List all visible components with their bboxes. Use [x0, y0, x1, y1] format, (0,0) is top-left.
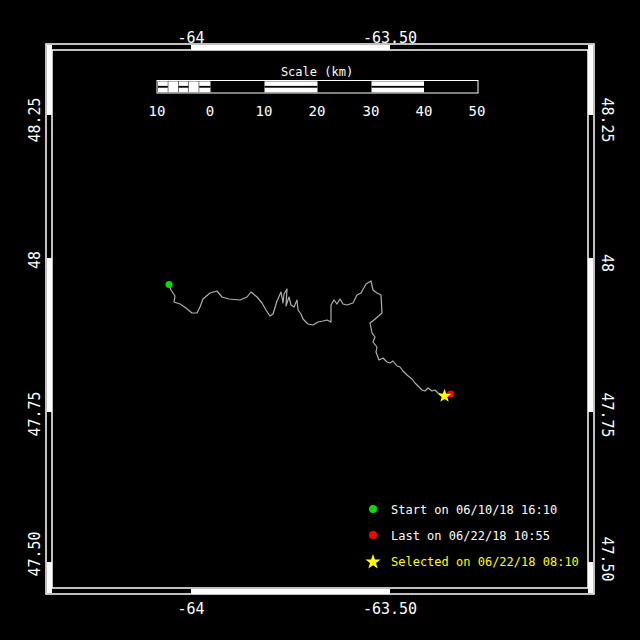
lat-label-right: 47.50 — [598, 536, 616, 581]
lat-label-right: 48 — [598, 254, 616, 272]
scalebar: Scale (km) 1001020304050 — [149, 65, 486, 119]
track-group — [166, 281, 455, 402]
scalebar-segment-line — [199, 86, 210, 88]
scalebar-segment-line — [179, 86, 189, 88]
legend-item: Start on 06/10/18 16:10 — [369, 503, 557, 517]
frame-band-right — [588, 258, 593, 412]
lat-label-right: 48.25 — [598, 97, 616, 142]
scalebar-number: 20 — [309, 103, 326, 119]
track-map-canvas: Scale (km) 1001020304050 -64-63.50-64-63… — [0, 0, 640, 640]
legend-marker-circle-1 — [369, 531, 377, 539]
legend-label: Selected on 06/22/18 08:10 — [391, 555, 579, 569]
scalebar-number: 50 — [469, 103, 486, 119]
frame-band-top — [191, 45, 390, 50]
scalebar-title: Scale (km) — [281, 65, 353, 79]
start-marker[interactable] — [166, 281, 173, 288]
legend-label: Start on 06/10/18 16:10 — [391, 503, 557, 517]
lat-label-left: 48.25 — [26, 97, 44, 142]
scalebar-segment — [168, 81, 178, 92]
frame-band-right — [588, 562, 593, 593]
scalebar-number: 40 — [416, 103, 433, 119]
legend-item: Selected on 06/22/18 08:10 — [365, 554, 578, 569]
legend: Start on 06/10/18 16:10Last on 06/22/18 … — [365, 503, 578, 569]
scalebar-number: 30 — [363, 103, 380, 119]
legend-label: Last on 06/22/18 10:55 — [391, 529, 550, 543]
scalebar-number: 10 — [256, 103, 273, 119]
frame-band-left — [47, 258, 52, 412]
scalebar-segment-line — [372, 86, 425, 88]
lon-label-top: -63.50 — [363, 29, 417, 47]
frame-band-bottom — [191, 589, 390, 594]
legend-marker-circle-0 — [369, 505, 377, 513]
frame-band-right — [588, 45, 593, 115]
track-path[interactable] — [169, 281, 445, 395]
frame-band-left — [47, 562, 52, 593]
lat-label-right: 47.75 — [598, 392, 616, 437]
scalebar-segment — [189, 81, 199, 92]
scalebar-segment-line — [265, 86, 318, 88]
lon-label-bottom: -63.50 — [363, 600, 417, 618]
legend-item: Last on 06/22/18 10:55 — [369, 529, 550, 543]
frame-band-left — [47, 45, 52, 115]
lat-label-left: 47.75 — [26, 391, 44, 436]
scalebar-number: 10 — [149, 103, 166, 119]
scalebar-number: 0 — [206, 103, 214, 119]
scalebar-segment-line — [158, 86, 168, 88]
legend-marker-star — [365, 554, 380, 569]
lon-label-bottom: -64 — [177, 600, 204, 618]
lon-label-top: -64 — [177, 29, 204, 47]
lat-label-left: 47.50 — [26, 531, 44, 576]
scalebar-labels: 1001020304050 — [149, 103, 486, 119]
lat-label-left: 48 — [26, 251, 44, 269]
